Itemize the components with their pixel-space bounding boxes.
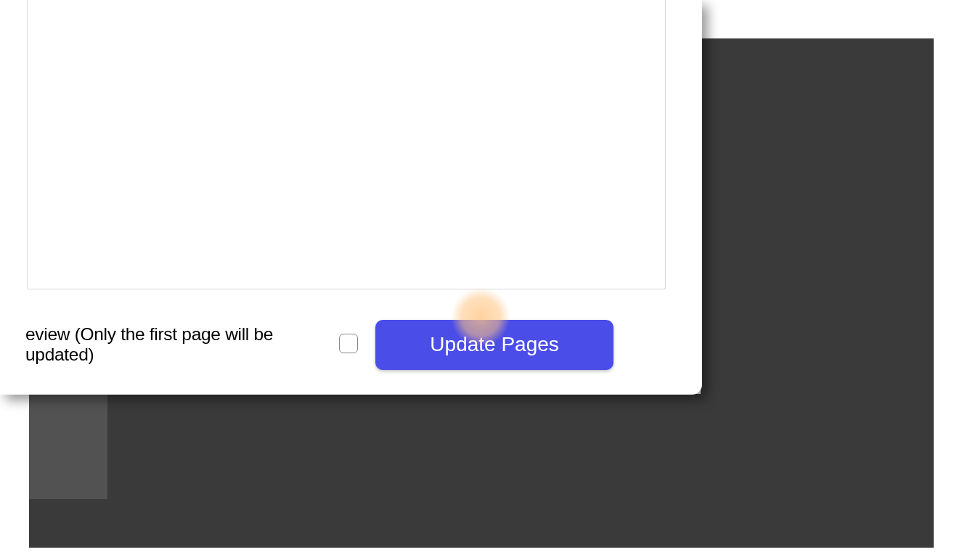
content-preview-box [27,0,666,289]
controls-row: eview (Only the first page will be updat… [25,319,613,370]
update-button-label: Update Pages [430,333,558,356]
update-pages-button[interactable]: Update Pages [375,320,613,370]
preview-label: eview (Only the first page will be updat… [25,324,335,365]
light-panel-bottom [29,394,107,499]
modal-card: eview (Only the first page will be updat… [0,0,702,395]
preview-checkbox[interactable] [339,334,358,353]
dark-background-bottom [29,394,934,548]
